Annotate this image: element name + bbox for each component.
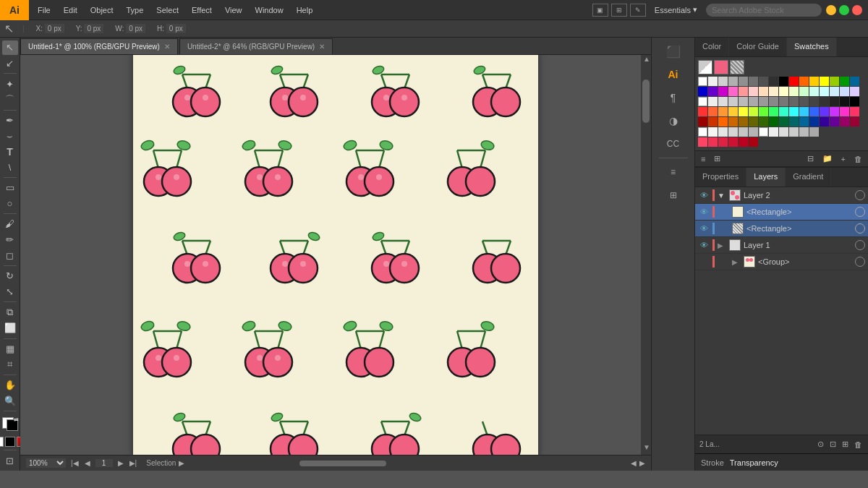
swatch[interactable]: [809, 97, 819, 106]
swatch-menu-btn[interactable]: ⊟: [804, 153, 817, 165]
search-input[interactable]: [706, 4, 822, 17]
swatch[interactable]: [779, 77, 788, 86]
swatch-list-btn[interactable]: ≡: [658, 161, 689, 183]
swatch[interactable]: [718, 77, 728, 86]
make-sublayer-btn[interactable]: ⊙: [816, 438, 825, 450]
chart-tool[interactable]: ▦: [2, 341, 18, 356]
next-page-btn[interactable]: ▶: [116, 459, 126, 467]
tool-arrow-btn[interactable]: ▶: [179, 459, 184, 467]
swatch[interactable]: [739, 127, 748, 137]
swatch[interactable]: [820, 77, 829, 86]
ellipse-tool[interactable]: ○: [2, 197, 18, 211]
swatch[interactable]: [779, 107, 788, 116]
swatch-grid-view-btn[interactable]: ⊞: [711, 153, 723, 165]
swatch[interactable]: [779, 127, 788, 137]
transparency-tab[interactable]: Transparency: [730, 458, 778, 467]
stroke-icon[interactable]: [5, 437, 15, 447]
swatch[interactable]: [789, 77, 799, 86]
swatch[interactable]: [789, 97, 799, 106]
swatch[interactable]: [789, 117, 799, 127]
swatch[interactable]: [728, 127, 738, 137]
group-expand-arrow[interactable]: ▶: [732, 258, 741, 266]
rect1-visibility-btn[interactable]: 👁: [698, 206, 710, 218]
swatch[interactable]: [718, 117, 728, 127]
menu-view[interactable]: View: [219, 4, 248, 17]
first-page-btn[interactable]: |◀: [69, 459, 81, 467]
swatch[interactable]: [840, 77, 849, 86]
page-number[interactable]: [95, 459, 113, 467]
swatch[interactable]: [820, 107, 829, 116]
scroll-right-arrow[interactable]: ▶: [639, 459, 645, 467]
screen-mode-btn[interactable]: ⊡: [2, 453, 18, 468]
swatch[interactable]: [749, 137, 758, 147]
swatch[interactable]: [840, 117, 849, 127]
scale-tool[interactable]: ⤡: [2, 285, 18, 299]
graph-btn[interactable]: ◑: [658, 110, 689, 132]
swatch[interactable]: [698, 127, 707, 137]
swatch[interactable]: [850, 117, 859, 127]
layer-row-layer1[interactable]: 👁 ▶ Layer 1: [695, 237, 868, 254]
swatch[interactable]: [708, 97, 718, 106]
swatch[interactable]: [759, 77, 768, 86]
swatch[interactable]: [708, 117, 718, 127]
menu-edit[interactable]: Edit: [58, 4, 83, 17]
swatch[interactable]: [799, 117, 809, 127]
essentials-dropdown[interactable]: Essentials ▾: [650, 4, 702, 16]
swatch[interactable]: [840, 107, 849, 116]
swatch[interactable]: [718, 137, 728, 147]
workspace-btn[interactable]: ▣: [592, 4, 608, 17]
curvature-tool[interactable]: ⌣: [2, 129, 18, 143]
doc-tab-2-close[interactable]: ✕: [319, 43, 325, 51]
swatch[interactable]: [728, 107, 738, 116]
selection-tool[interactable]: ↖: [2, 40, 18, 55]
layer1-target[interactable]: [855, 240, 865, 250]
gradient-tab[interactable]: Gradient: [786, 168, 831, 187]
rect2-target[interactable]: [855, 223, 865, 234]
swatch[interactable]: [718, 87, 728, 96]
swatch[interactable]: [830, 77, 839, 86]
swatch[interactable]: [789, 87, 799, 96]
active-swatch[interactable]: [714, 60, 728, 74]
vertical-scrollbar[interactable]: ▲ ▼: [641, 55, 651, 455]
magic-wand-tool[interactable]: ✦: [2, 77, 18, 91]
swatch[interactable]: [769, 127, 778, 137]
horizontal-scroll-thumb[interactable]: [299, 461, 386, 466]
maximize-button[interactable]: [839, 5, 849, 15]
swatch[interactable]: [749, 87, 758, 96]
swatch[interactable]: [759, 117, 768, 127]
swatch-folder-btn[interactable]: 📁: [820, 153, 835, 165]
swatch[interactable]: [728, 97, 738, 106]
swatch[interactable]: [698, 107, 707, 116]
swatch[interactable]: [708, 107, 718, 116]
delete-swatch-btn[interactable]: 🗑: [851, 153, 865, 165]
layer-row-rect2[interactable]: 👁 <Rectangle>: [695, 221, 868, 237]
swatch[interactable]: [809, 117, 819, 127]
swatch[interactable]: [749, 77, 758, 86]
rect2-visibility-btn[interactable]: 👁: [698, 223, 710, 234]
canvas-artboard-btn[interactable]: ⊡: [828, 438, 838, 450]
none-swatch[interactable]: [698, 60, 712, 74]
swatch[interactable]: [850, 77, 859, 86]
doc-tab-1[interactable]: Untitled-1* @ 100% (RGB/GPU Preview) ✕: [20, 38, 178, 54]
hand-tool[interactable]: ✋: [2, 378, 18, 393]
swatch[interactable]: [789, 107, 799, 116]
swatch[interactable]: [739, 87, 748, 96]
swatch[interactable]: [820, 117, 829, 127]
cc-btn[interactable]: CC: [658, 133, 689, 155]
swatch[interactable]: [708, 137, 718, 147]
swatch[interactable]: [850, 97, 859, 106]
horizontal-scrollbar[interactable]: [190, 461, 625, 466]
rect-tool[interactable]: ▭: [2, 181, 18, 195]
type-btn[interactable]: ¶: [658, 87, 689, 108]
swatch[interactable]: [739, 117, 748, 127]
menu-type[interactable]: Type: [121, 4, 150, 17]
swatch[interactable]: [698, 117, 707, 127]
color-tab[interactable]: Color: [695, 38, 729, 56]
swatch[interactable]: [799, 107, 809, 116]
scroll-left-arrow[interactable]: ◀: [631, 459, 637, 467]
new-swatch-btn[interactable]: +: [838, 153, 848, 165]
swatch[interactable]: [698, 77, 707, 86]
swatch[interactable]: [698, 137, 707, 147]
menu-object[interactable]: Object: [85, 4, 119, 17]
last-page-btn[interactable]: ▶|: [127, 459, 140, 467]
